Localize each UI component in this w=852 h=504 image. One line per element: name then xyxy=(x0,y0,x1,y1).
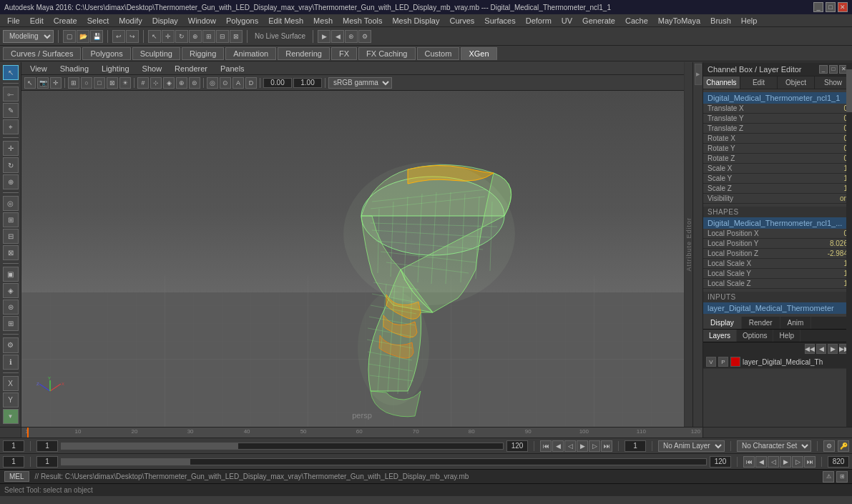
extrude-btn[interactable]: ▣ xyxy=(3,267,19,282)
lc2-go-end-btn[interactable]: ⏭ xyxy=(804,456,816,468)
tab-rendering[interactable]: Rendering xyxy=(278,47,330,60)
menu-curves[interactable]: Curves xyxy=(445,16,479,26)
move-tool-btn[interactable]: ✛ xyxy=(3,141,19,156)
tab-xgen[interactable]: XGen xyxy=(461,47,496,60)
status-icon-1[interactable]: ⚠ xyxy=(823,471,834,483)
vp-menu-shading[interactable]: Shading xyxy=(54,64,94,74)
playback-speed-field[interactable] xyxy=(625,440,646,452)
vp-manip-icon[interactable]: ⊕ xyxy=(176,77,187,89)
vp-menu-show[interactable]: Show xyxy=(137,64,168,74)
menu-deform[interactable]: Deform xyxy=(522,16,556,26)
timeline-area[interactable]: 1 10 20 30 40 50 60 70 80 90 100 110 120 xyxy=(0,427,852,438)
settings-btn[interactable]: ⚙ xyxy=(3,337,19,352)
bridge-btn[interactable]: ⊞ xyxy=(3,316,19,331)
cb-tab-edit[interactable]: Edit xyxy=(740,76,778,89)
tab-fx-caching[interactable]: FX Caching xyxy=(358,47,415,60)
snap-grid-btn[interactable]: ⊟ xyxy=(3,229,19,244)
menu-generate[interactable]: Generate xyxy=(578,16,620,26)
range-start-field[interactable] xyxy=(36,440,58,452)
step-fwd-btn[interactable]: ▷ xyxy=(589,440,600,452)
right-panel-scrollbar[interactable] xyxy=(846,62,852,427)
vp-menu-panels[interactable]: Panels xyxy=(215,64,250,74)
lc2-step-back-btn[interactable]: ◀ xyxy=(755,456,767,468)
disp-tab-anim[interactable]: Anim xyxy=(780,317,812,329)
panel-maximize-btn[interactable]: □ xyxy=(829,65,838,74)
go-start-btn[interactable]: ⏮ xyxy=(540,440,552,452)
layer-visibility-btn[interactable]: V xyxy=(706,357,716,367)
timeline-playhead[interactable] xyxy=(27,428,29,438)
scale-tool-btn[interactable]: ⊕ xyxy=(3,174,19,189)
symmetry-btn[interactable]: ⊞ xyxy=(3,212,19,227)
layer-tab-layers[interactable]: Layers xyxy=(703,330,737,342)
disp-tab-render[interactable]: Render xyxy=(742,317,780,329)
lc2-range-bar[interactable] xyxy=(61,458,707,465)
cb-row-sy[interactable]: Scale Y 1 xyxy=(703,174,852,184)
open-icon[interactable]: 📂 xyxy=(77,30,89,43)
viewport-canvas[interactable]: persp X Z Y xyxy=(21,91,702,427)
menu-editmesh[interactable]: Edit Mesh xyxy=(264,16,308,26)
menu-create[interactable]: Create xyxy=(49,16,82,26)
cb-row-rx[interactable]: Rotate X 0 xyxy=(703,134,852,144)
vp-snap-icon[interactable]: ⊜ xyxy=(189,77,200,89)
vp-menu-lighting[interactable]: Lighting xyxy=(96,64,135,74)
coord-x-field[interactable] xyxy=(263,78,292,88)
menu-file[interactable]: File xyxy=(3,16,24,26)
current-frame-field[interactable] xyxy=(3,440,24,452)
cb-tab-object[interactable]: Object xyxy=(778,76,815,89)
lc2-field3[interactable] xyxy=(710,456,731,468)
render4-icon[interactable]: ⚙ xyxy=(358,30,371,43)
menu-polygons[interactable]: Polygons xyxy=(222,16,263,26)
snap-icon[interactable]: ⊞ xyxy=(202,30,215,43)
vp-menu-view[interactable]: View xyxy=(24,64,53,74)
disp-tab-display[interactable]: Display xyxy=(703,317,742,329)
no-char-set-select[interactable]: No Character Set xyxy=(737,440,811,452)
menu-help[interactable]: Help xyxy=(737,16,762,26)
cb-row-sx[interactable]: Scale X 1 xyxy=(703,164,852,174)
tab-fx[interactable]: FX xyxy=(331,47,357,60)
play-fwd-btn[interactable]: ▶ xyxy=(577,440,588,452)
maximize-button[interactable]: □ xyxy=(826,2,836,12)
tab-rigging[interactable]: Rigging xyxy=(182,47,224,60)
list-item[interactable]: V P layer_Digital_Medical_Th xyxy=(703,355,852,369)
no-anim-layer-select[interactable]: No Anim Layer xyxy=(658,440,725,452)
go-end-btn[interactable]: ⏭ xyxy=(601,440,612,452)
undo-icon[interactable]: ↩ xyxy=(112,30,125,43)
vp-select-icon[interactable]: ↖ xyxy=(24,77,36,89)
layer-step-back-btn[interactable]: ◀ xyxy=(816,344,826,354)
layer-playback-btn[interactable]: P xyxy=(718,357,728,367)
vp-menu-renderer[interactable]: Renderer xyxy=(169,64,213,74)
vp-aa-icon[interactable]: A xyxy=(232,77,244,89)
right-panel-scroll-thumb[interactable] xyxy=(846,69,852,112)
lc2-play-back-btn[interactable]: ◁ xyxy=(768,456,779,468)
lc2-play-fwd-btn[interactable]: ▶ xyxy=(780,456,791,468)
menu-surfaces[interactable]: Surfaces xyxy=(480,16,519,26)
gamma-select[interactable]: sRGB gamma xyxy=(328,77,392,89)
cb-row-ry[interactable]: Rotate Y 0 xyxy=(703,144,852,154)
panel-minimize-btn[interactable]: _ xyxy=(819,65,828,74)
vp-move-icon[interactable]: ✛ xyxy=(50,77,62,89)
menu-brush[interactable]: Brush xyxy=(706,16,735,26)
vp-texture-icon[interactable]: ⊠ xyxy=(107,77,118,89)
play-back-btn[interactable]: ◁ xyxy=(564,440,576,452)
tab-polygons[interactable]: Polygons xyxy=(82,47,130,60)
soft-select-btn[interactable]: ◎ xyxy=(3,196,19,211)
layer-step-fwd-btn[interactable]: ▶ xyxy=(828,344,838,354)
snap-point-btn[interactable]: ⊠ xyxy=(3,245,19,260)
vp-xray-icon[interactable]: ◎ xyxy=(207,77,218,89)
menu-edit[interactable]: Edit xyxy=(26,16,48,26)
step-back-btn[interactable]: ◀ xyxy=(552,440,564,452)
object-mode-btn[interactable]: ▼ xyxy=(3,409,19,424)
cb-row-lpx[interactable]: Local Position X 0 xyxy=(703,229,852,239)
loop-cut-btn[interactable]: ⊜ xyxy=(3,300,19,315)
menu-maytomaya[interactable]: MayToMaya xyxy=(654,16,705,26)
settings-anim-btn[interactable]: ⚙ xyxy=(823,440,835,452)
rsb-toggle-btn[interactable]: ▶ xyxy=(695,64,702,85)
snap2-icon[interactable]: ⊟ xyxy=(216,30,229,43)
key-anim-btn[interactable]: 🔑 xyxy=(838,440,849,452)
vp-depth-icon[interactable]: D xyxy=(245,77,257,89)
cb-row-vis[interactable]: Visibility on xyxy=(703,194,852,204)
cb-row-lsy[interactable]: Local Scale Y 1 xyxy=(703,269,852,279)
paint-tool-btn[interactable]: ✎ xyxy=(3,103,19,118)
transform-icon[interactable]: ✛ xyxy=(162,30,175,43)
vp-hud-icon[interactable]: ⊹ xyxy=(150,77,162,89)
